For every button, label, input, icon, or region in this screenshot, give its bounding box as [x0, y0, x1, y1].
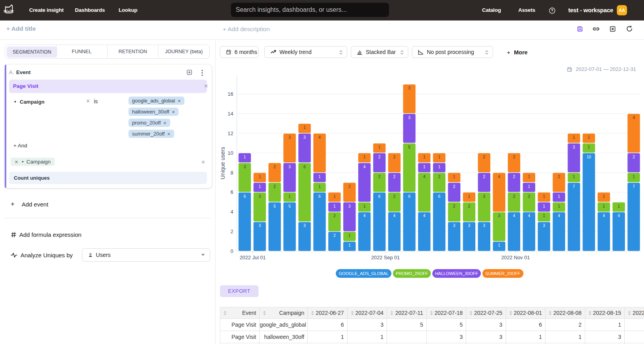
svg-text:4: 4 — [603, 214, 605, 218]
svg-text:2: 2 — [558, 175, 560, 179]
svg-text:6: 6 — [378, 194, 381, 199]
svg-text:3: 3 — [259, 223, 261, 228]
svg-text:2: 2 — [453, 184, 456, 189]
svg-text:2: 2 — [274, 165, 276, 169]
svg-text:1: 1 — [423, 155, 426, 159]
svg-text:1: 1 — [528, 184, 530, 189]
svg-text:1: 1 — [543, 204, 545, 208]
svg-text:2: 2 — [393, 175, 396, 179]
svg-text:1: 1 — [588, 135, 590, 139]
svg-text:1: 1 — [528, 175, 530, 179]
svg-text:1: 1 — [558, 194, 560, 199]
svg-text:5: 5 — [408, 145, 411, 149]
svg-text:7: 7 — [633, 184, 635, 189]
svg-text:2: 2 — [483, 155, 486, 159]
svg-text:0: 0 — [231, 248, 233, 254]
svg-text:1: 1 — [558, 204, 560, 208]
svg-text:1: 1 — [348, 233, 351, 238]
svg-text:1: 1 — [618, 204, 620, 208]
svg-text:3: 3 — [483, 223, 486, 228]
svg-text:6: 6 — [231, 189, 233, 195]
svg-text:2: 2 — [453, 204, 456, 208]
svg-text:2: 2 — [483, 175, 486, 179]
svg-text:3: 3 — [244, 165, 246, 169]
svg-text:Unique users: Unique users — [220, 147, 226, 180]
svg-text:1: 1 — [333, 194, 336, 199]
svg-text:1: 1 — [333, 204, 336, 208]
svg-text:1: 1 — [318, 184, 321, 189]
svg-text:6: 6 — [244, 194, 246, 199]
svg-text:2: 2 — [393, 155, 396, 159]
svg-text:2: 2 — [333, 214, 336, 218]
svg-text:3: 3 — [288, 135, 291, 139]
svg-text:4: 4 — [528, 214, 530, 218]
svg-text:4: 4 — [393, 214, 396, 218]
svg-text:16: 16 — [228, 91, 233, 97]
svg-text:3: 3 — [543, 223, 545, 228]
svg-text:1: 1 — [348, 243, 351, 247]
svg-text:3: 3 — [303, 135, 306, 139]
svg-text:2: 2 — [378, 175, 381, 179]
svg-text:2022 Jul 01: 2022 Jul 01 — [240, 255, 266, 260]
svg-text:2: 2 — [348, 184, 351, 189]
svg-text:1: 1 — [378, 145, 381, 149]
svg-text:2022 Nov 01: 2022 Nov 01 — [501, 255, 530, 260]
svg-text:1: 1 — [573, 175, 575, 179]
svg-text:2022 Sep 01: 2022 Sep 01 — [371, 255, 400, 260]
svg-text:8: 8 — [231, 170, 233, 176]
svg-text:2: 2 — [528, 194, 530, 199]
svg-text:4: 4 — [633, 115, 635, 120]
svg-text:1: 1 — [453, 175, 456, 179]
svg-text:1: 1 — [438, 155, 441, 159]
svg-text:3: 3 — [348, 204, 351, 208]
svg-text:2: 2 — [274, 184, 276, 189]
svg-text:1: 1 — [244, 155, 246, 159]
svg-text:1: 1 — [603, 194, 605, 199]
svg-text:4: 4 — [318, 135, 321, 139]
svg-text:1: 1 — [363, 155, 366, 159]
svg-text:5: 5 — [288, 204, 291, 208]
svg-text:2: 2 — [513, 194, 516, 199]
svg-text:7: 7 — [573, 184, 575, 189]
svg-text:4: 4 — [363, 214, 366, 218]
svg-text:4: 4 — [423, 175, 426, 179]
svg-text:3: 3 — [408, 86, 411, 90]
svg-text:4: 4 — [231, 209, 233, 215]
svg-text:2: 2 — [513, 155, 516, 159]
svg-text:2: 2 — [393, 194, 396, 199]
svg-text:4: 4 — [363, 165, 366, 169]
svg-text:1: 1 — [543, 214, 545, 218]
svg-text:1: 1 — [603, 204, 605, 208]
svg-text:6: 6 — [303, 165, 306, 169]
svg-text:1: 1 — [259, 184, 261, 189]
svg-text:3: 3 — [259, 194, 261, 199]
svg-text:2: 2 — [378, 155, 381, 159]
svg-text:1: 1 — [468, 194, 471, 199]
svg-text:2: 2 — [513, 175, 516, 179]
svg-text:1: 1 — [498, 243, 501, 247]
svg-text:4: 4 — [423, 214, 426, 218]
svg-text:6: 6 — [408, 194, 411, 199]
svg-text:1: 1 — [288, 194, 291, 199]
svg-text:1: 1 — [318, 175, 321, 179]
svg-text:2: 2 — [438, 175, 441, 179]
svg-text:1: 1 — [423, 165, 426, 169]
svg-text:4: 4 — [513, 214, 516, 218]
svg-text:4: 4 — [558, 214, 560, 218]
svg-text:1: 1 — [259, 175, 261, 179]
svg-text:6: 6 — [438, 194, 441, 199]
svg-text:1: 1 — [303, 125, 306, 130]
svg-text:10: 10 — [587, 155, 592, 159]
svg-text:3: 3 — [288, 165, 291, 169]
svg-text:4: 4 — [498, 175, 501, 179]
svg-text:12: 12 — [228, 130, 233, 136]
svg-text:3: 3 — [303, 223, 306, 228]
svg-text:3: 3 — [408, 115, 411, 120]
svg-text:1: 1 — [573, 135, 575, 139]
svg-text:1: 1 — [363, 204, 366, 208]
svg-text:3: 3 — [498, 214, 501, 218]
svg-text:3: 3 — [468, 223, 471, 228]
svg-text:3: 3 — [453, 223, 456, 228]
svg-text:2: 2 — [633, 155, 635, 159]
svg-text:5: 5 — [274, 204, 276, 208]
